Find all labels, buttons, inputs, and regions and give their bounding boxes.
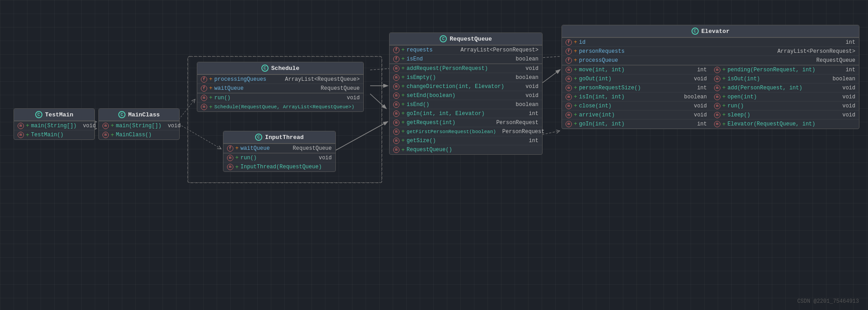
method-row: m + open(int) void [710,93,859,102]
method-icon: m [393,111,399,117]
method-name: goIn(int, int, Elevator) [407,111,485,117]
vis-pub: + [574,76,577,82]
method-name: open(int) [728,94,757,100]
method-return: boolean [828,76,855,82]
method-icon: m [227,164,233,170]
class-icon-schedule: C [261,65,269,72]
class-box-requestqueue: C RequestQueue f + requests ArrayList<Pe… [389,32,543,155]
class-box-testmain: C TestMain m + main(String[]) void m + T… [14,108,95,140]
vis-pub: + [401,93,405,98]
vis-pub: + [722,67,726,73]
method-icon: m [714,121,720,127]
method-return: PersonRequest [492,120,538,126]
vis-pub: + [401,56,405,62]
method-icon: m [393,83,399,90]
method-name: changeDirection(int, Elevator) [407,83,504,90]
method-name: getRequest(int) [407,120,455,126]
method-return: void [521,83,538,90]
class-name-testmain: TestMain [45,111,73,118]
field-type: ArrayList<RequestQueue> [276,76,360,83]
svg-line-5 [179,124,221,149]
method-row: m + getFirstPersonRequest(boolean) Perso… [390,127,542,136]
method-icon: m [714,112,720,118]
method-name: move(int, int) [579,67,625,73]
method-icon: m [566,112,572,118]
field-name: id [579,39,585,46]
method-name: goOut(int) [579,76,612,82]
method-return: void [79,123,96,129]
class-header-inputthread: C InputThread [223,131,335,143]
vis-pub: + [401,102,405,107]
method-icon: m [393,65,399,72]
field-row: f + isEnd boolean [390,55,542,64]
method-icon: m [393,102,399,108]
method-name: isOut(int) [728,76,760,82]
method-name: close(int) [579,103,612,109]
method-name: isEmpty() [407,74,436,81]
field-name: processingQueues [214,76,266,83]
method-name: personRequestSize() [579,85,641,91]
method-icon: m [102,123,109,129]
method-icon: m [201,104,207,110]
vis-pub: + [26,132,29,138]
method-icon: m [566,94,572,100]
method-icon: m [714,94,720,100]
method-row: m + goIn(int, int, Elevator) int [390,109,542,118]
method-name: run() [728,103,744,109]
field-icon: f [566,57,572,64]
method-return: int [841,67,855,73]
field-type: boolean [507,56,538,62]
class-header-elevator: C Elevator [562,25,859,37]
vis-pri: + [235,145,239,151]
method-row: m + run() void [223,153,335,162]
method-row: m + run() void [710,102,859,111]
method-row: m + isOut(int) boolean [710,74,859,83]
method-icon: m [227,155,233,161]
vis-pub: + [401,74,405,80]
vis-pub: + [401,65,405,71]
vis-pub: + [401,147,405,153]
method-return: int [524,111,538,117]
svg-line-8 [370,94,386,108]
class-header-testmain: C TestMain [14,109,94,121]
method-row: m + RequestQueue() [390,145,542,154]
field-icon: f [393,56,399,62]
class-box-elevator: C Elevator f + id int f + personRequests… [562,25,859,129]
method-return: void [521,65,538,72]
field-icon: f [566,48,572,55]
class-icon-requestqueue: C [440,35,447,42]
method-return: void [689,76,707,82]
method-row: m + main(String[]) void [99,121,179,130]
method-icon: m [714,85,720,91]
method-icon: m [714,103,720,109]
method-row: m + Schedule(RequestQueue, ArrayList<Req… [197,102,363,111]
method-return: int [692,67,707,73]
method-return: void [838,85,855,91]
method-name: isIn(int, int) [579,94,625,100]
method-row: m + addRequest(PersonRequest) void [390,64,542,73]
method-name: pending(PersonRequest, int) [728,67,815,73]
vis-pub: + [401,83,405,89]
method-row: m + sleep() void [710,111,859,120]
method-row: m + TestMain() [14,130,94,139]
method-icon: m [566,67,572,73]
vis-pub: + [209,95,213,101]
vis-pub: + [722,85,726,91]
method-icon: m [393,129,399,135]
field-name: waitQueue [241,145,270,152]
vis-pub: + [722,103,726,109]
field-row: f + requests ArrayList<PersonRequest> [390,46,542,55]
vis-pub: + [401,111,405,116]
method-row: m + goOut(int) void [562,74,710,83]
vis-pub: + [401,120,405,125]
field-row: f + waitQueue RequestQueue [197,84,363,93]
vis-pub: + [722,112,726,118]
method-row: m + Elevator(RequestQueue, int) [710,120,859,129]
method-icon: m [18,132,24,138]
method-return: void [838,112,855,118]
field-name: isEnd [407,56,423,62]
method-row: m + close(int) void [562,102,710,111]
field-type: ArrayList<PersonRequest> [768,48,855,55]
field-icon: f [227,145,233,152]
vis-pub: + [574,121,577,127]
